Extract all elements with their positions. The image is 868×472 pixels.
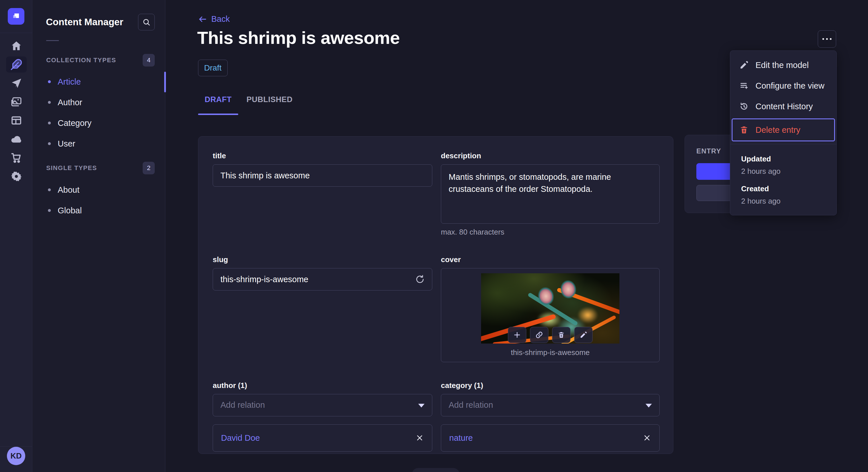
active-tab-underline <box>198 113 238 115</box>
close-icon <box>643 434 651 442</box>
menu-item-edit-model[interactable]: Edit the model <box>730 55 836 75</box>
remove-relation-button[interactable] <box>643 434 651 442</box>
pencil-icon <box>580 331 587 339</box>
updated-value: 2 hours ago <box>741 167 826 176</box>
description-hint: max. 80 characters <box>441 228 660 237</box>
chevron-down-icon <box>646 404 652 407</box>
subnav-item-category[interactable]: Category <box>33 113 165 133</box>
collection-types-count-badge: 4 <box>143 54 155 67</box>
cover-image[interactable] <box>481 273 619 343</box>
sidebar-divider <box>0 33 32 33</box>
created-value: 2 hours ago <box>741 197 826 206</box>
cloud-icon <box>10 133 22 145</box>
field-author: author (1) Add relation David Doe <box>213 381 432 452</box>
sidebar-item-content-type-builder[interactable] <box>6 112 27 129</box>
collection-types-list: Article Author Category User <box>33 71 165 154</box>
history-icon <box>739 102 749 111</box>
feather-icon <box>10 59 22 71</box>
author-relation-combobox[interactable]: Add relation <box>213 394 432 416</box>
subnav-item-author[interactable]: Author <box>33 92 165 113</box>
arrow-left-icon <box>198 14 207 24</box>
author-label: author (1) <box>213 381 432 390</box>
slug-input[interactable] <box>213 268 432 291</box>
chevron-down-icon <box>418 404 425 407</box>
cover-field-box: this-shrimp-is-awesome <box>441 268 660 362</box>
description-textarea[interactable]: Mantis shrimps, or stomatopods, are mari… <box>441 164 660 224</box>
tab-draft[interactable]: DRAFT <box>198 95 238 115</box>
category-relation-item: nature <box>441 425 660 452</box>
bullet-icon <box>48 101 51 104</box>
title-input[interactable] <box>213 164 432 187</box>
sidebar-item-content-manager[interactable] <box>6 57 27 72</box>
subnav-item-global[interactable]: Global <box>33 200 165 221</box>
bullet-icon <box>48 189 51 191</box>
menu-item-delete-entry[interactable]: Delete entry <box>733 119 834 140</box>
category-relation-combobox[interactable]: Add relation <box>441 394 660 416</box>
tab-published[interactable]: PUBLISHED <box>242 95 297 115</box>
search-button[interactable] <box>138 14 155 30</box>
single-types-count-badge: 2 <box>143 162 155 174</box>
edit-asset-button[interactable] <box>575 327 593 343</box>
bullet-icon <box>48 80 51 83</box>
field-cover: cover <box>441 255 660 362</box>
gear-icon <box>10 170 22 182</box>
collection-types-heading: COLLECTION TYPES <box>46 57 116 64</box>
sidebar-item-marketplace[interactable] <box>6 150 27 166</box>
remove-relation-button[interactable] <box>415 434 424 442</box>
search-icon <box>142 18 151 26</box>
cover-actions <box>508 327 593 343</box>
cart-icon <box>10 152 22 164</box>
entry-meta: Updated 2 hours ago Created 2 hours ago <box>730 144 836 206</box>
main-nav-sidebar: KD <box>0 0 32 472</box>
single-types-list: About Global <box>33 179 165 221</box>
copy-link-button[interactable] <box>530 327 549 343</box>
plus-icon <box>513 331 522 339</box>
main-content: Back This shrimp is awesome Draft DRAFT … <box>166 0 868 472</box>
slug-label: slug <box>213 255 432 264</box>
home-icon <box>10 40 22 52</box>
strapi-logo[interactable] <box>8 8 24 25</box>
bullet-icon <box>48 209 51 212</box>
description-label: description <box>441 151 660 160</box>
link-icon <box>535 331 544 339</box>
bullet-icon <box>48 122 51 125</box>
bottom-pill-button[interactable] <box>412 468 460 472</box>
options-menu: Edit the model Configure the view Conten… <box>730 50 837 215</box>
menu-item-configure-view[interactable]: Configure the view <box>730 75 836 96</box>
sidebar-item-settings[interactable] <box>6 168 27 184</box>
created-label: Created <box>741 184 826 193</box>
subnav-title: Content Manager <box>46 16 123 28</box>
sidebar-item-media-library[interactable] <box>6 94 27 110</box>
sidebar-item-home[interactable] <box>6 38 27 54</box>
app: KD Content Manager COLLECTION TYPES 4 Ar… <box>0 0 868 472</box>
refresh-icon <box>415 274 425 284</box>
sidebar-item-releases[interactable] <box>6 75 27 91</box>
layout-icon <box>10 114 22 127</box>
title-label: title <box>213 151 432 160</box>
relation-link[interactable]: David Doe <box>221 433 260 443</box>
delete-asset-button[interactable] <box>552 327 570 343</box>
updated-label: Updated <box>741 155 826 164</box>
field-slug: slug <box>213 255 432 291</box>
subnav-item-about[interactable]: About <box>33 179 165 200</box>
subnav-item-article[interactable]: Article <box>33 71 165 92</box>
list-plus-icon <box>739 81 749 90</box>
add-asset-button[interactable] <box>508 327 526 343</box>
trash-icon <box>558 331 565 339</box>
version-tabs: DRAFT PUBLISHED <box>198 95 297 115</box>
page-title: This shrimp is awesome <box>197 28 400 48</box>
user-avatar[interactable]: KD <box>7 447 25 465</box>
bullet-icon <box>48 142 51 145</box>
subnav-item-user[interactable]: User <box>33 133 165 154</box>
more-options-button[interactable] <box>818 30 836 47</box>
pencil-icon <box>739 61 749 70</box>
entry-panel-heading: ENTRY <box>696 147 721 155</box>
sidebar-icon-nav <box>0 38 32 184</box>
field-title: title <box>213 151 432 187</box>
back-link[interactable]: Back <box>198 14 229 24</box>
sidebar-item-deploy[interactable] <box>6 131 27 147</box>
regenerate-slug-button[interactable] <box>414 273 426 285</box>
menu-item-content-history[interactable]: Content History <box>730 96 836 117</box>
relation-link[interactable]: nature <box>449 433 473 443</box>
content-manager-subnav: Content Manager COLLECTION TYPES 4 Artic… <box>33 0 165 472</box>
